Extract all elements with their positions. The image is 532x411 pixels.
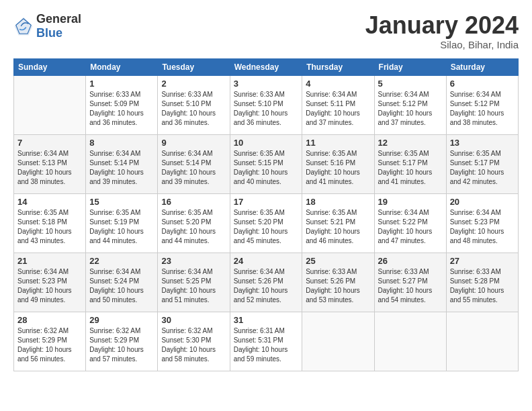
day-cell: 9 Sunrise: 6:34 AMSunset: 5:14 PMDayligh… [158, 134, 230, 193]
day-info: Sunrise: 6:32 AMSunset: 5:30 PMDaylight:… [161, 326, 226, 364]
day-cell: 31 Sunrise: 6:31 AMSunset: 5:31 PMDaylig… [230, 312, 302, 371]
day-info: Sunrise: 6:33 AMSunset: 5:10 PMDaylight:… [234, 90, 299, 128]
day-cell: 17 Sunrise: 6:35 AMSunset: 5:20 PMDaylig… [230, 193, 302, 253]
day-cell: 7 Sunrise: 6:34 AMSunset: 5:13 PMDayligh… [14, 134, 86, 193]
page-header: General Blue January 2024 Silao, Bihar, … [13, 12, 519, 50]
svg-marker-0 [15, 17, 33, 36]
day-number: 11 [306, 138, 370, 148]
logo-text: General Blue [36, 12, 81, 40]
day-cell: 22 Sunrise: 6:34 AMSunset: 5:24 PMDaylig… [86, 253, 158, 312]
day-number: 6 [450, 79, 515, 89]
day-cell: 27 Sunrise: 6:33 AMSunset: 5:28 PMDaylig… [446, 253, 518, 312]
day-cell: 14 Sunrise: 6:35 AMSunset: 5:18 PMDaylig… [14, 193, 86, 253]
day-number: 9 [161, 138, 226, 148]
day-cell: 12 Sunrise: 6:35 AMSunset: 5:17 PMDaylig… [374, 134, 446, 193]
col-sunday: Sunday [14, 58, 86, 75]
day-cell: 16 Sunrise: 6:35 AMSunset: 5:20 PMDaylig… [158, 193, 230, 253]
day-info: Sunrise: 6:33 AMSunset: 5:27 PMDaylight:… [378, 267, 443, 305]
day-info: Sunrise: 6:34 AMSunset: 5:25 PMDaylight:… [161, 267, 226, 305]
day-cell: 3 Sunrise: 6:33 AMSunset: 5:10 PMDayligh… [230, 75, 302, 134]
day-info: Sunrise: 6:35 AMSunset: 5:20 PMDaylight:… [161, 208, 226, 246]
header-row: Sunday Monday Tuesday Wednesday Thursday… [14, 58, 519, 75]
location-subtitle: Silao, Bihar, India [365, 39, 519, 50]
col-wednesday: Wednesday [230, 58, 302, 75]
day-cell: 8 Sunrise: 6:34 AMSunset: 5:14 PMDayligh… [86, 134, 158, 193]
day-cell: 24 Sunrise: 6:34 AMSunset: 5:26 PMDaylig… [230, 253, 302, 312]
day-cell: 30 Sunrise: 6:32 AMSunset: 5:30 PMDaylig… [158, 312, 230, 371]
day-cell [446, 312, 518, 371]
day-number: 23 [161, 256, 226, 266]
col-monday: Monday [86, 58, 158, 75]
week-row-5: 28 Sunrise: 6:32 AMSunset: 5:29 PMDaylig… [14, 312, 519, 371]
day-info: Sunrise: 6:35 AMSunset: 5:17 PMDaylight:… [378, 149, 443, 187]
day-info: Sunrise: 6:35 AMSunset: 5:17 PMDaylight:… [450, 149, 515, 187]
day-number: 24 [234, 256, 299, 266]
day-info: Sunrise: 6:34 AMSunset: 5:13 PMDaylight:… [17, 149, 82, 187]
col-friday: Friday [374, 58, 446, 75]
day-number: 16 [161, 197, 226, 207]
day-number: 4 [306, 79, 370, 89]
day-number: 18 [306, 197, 370, 207]
main-container: General Blue January 2024 Silao, Bihar, … [0, 0, 532, 378]
day-cell: 28 Sunrise: 6:32 AMSunset: 5:29 PMDaylig… [14, 312, 86, 371]
day-cell: 25 Sunrise: 6:33 AMSunset: 5:26 PMDaylig… [302, 253, 374, 312]
day-cell [302, 312, 374, 371]
week-row-2: 7 Sunrise: 6:34 AMSunset: 5:13 PMDayligh… [14, 134, 519, 193]
col-saturday: Saturday [446, 58, 518, 75]
day-number: 26 [378, 256, 443, 266]
day-number: 3 [234, 79, 299, 89]
day-cell: 19 Sunrise: 6:34 AMSunset: 5:22 PMDaylig… [374, 193, 446, 253]
week-row-1: 1 Sunrise: 6:33 AMSunset: 5:09 PMDayligh… [14, 75, 519, 134]
day-info: Sunrise: 6:35 AMSunset: 5:18 PMDaylight:… [17, 208, 82, 246]
day-info: Sunrise: 6:35 AMSunset: 5:15 PMDaylight:… [234, 149, 299, 187]
day-number: 20 [450, 197, 515, 207]
day-number: 29 [89, 315, 154, 325]
logo-general: General [36, 12, 81, 26]
title-block: January 2024 Silao, Bihar, India [365, 12, 519, 50]
day-number: 7 [17, 138, 82, 148]
day-info: Sunrise: 6:34 AMSunset: 5:23 PMDaylight:… [450, 208, 515, 246]
day-info: Sunrise: 6:34 AMSunset: 5:24 PMDaylight:… [89, 267, 154, 305]
logo-blue: Blue [36, 26, 62, 40]
day-number: 5 [378, 79, 443, 89]
day-cell: 2 Sunrise: 6:33 AMSunset: 5:10 PMDayligh… [158, 75, 230, 134]
week-row-3: 14 Sunrise: 6:35 AMSunset: 5:18 PMDaylig… [14, 193, 519, 253]
day-number: 30 [161, 315, 226, 325]
calendar-table: Sunday Monday Tuesday Wednesday Thursday… [13, 58, 519, 371]
day-info: Sunrise: 6:31 AMSunset: 5:31 PMDaylight:… [234, 326, 299, 364]
day-info: Sunrise: 6:34 AMSunset: 5:12 PMDaylight:… [378, 90, 443, 128]
logo: General Blue [13, 12, 81, 40]
day-cell: 23 Sunrise: 6:34 AMSunset: 5:25 PMDaylig… [158, 253, 230, 312]
day-cell: 26 Sunrise: 6:33 AMSunset: 5:27 PMDaylig… [374, 253, 446, 312]
day-info: Sunrise: 6:33 AMSunset: 5:09 PMDaylight:… [89, 90, 154, 128]
day-info: Sunrise: 6:33 AMSunset: 5:26 PMDaylight:… [306, 267, 370, 305]
day-info: Sunrise: 6:34 AMSunset: 5:26 PMDaylight:… [234, 267, 299, 305]
day-info: Sunrise: 6:34 AMSunset: 5:14 PMDaylight:… [89, 149, 154, 187]
day-info: Sunrise: 6:32 AMSunset: 5:29 PMDaylight:… [89, 326, 154, 364]
logo-icon [13, 16, 34, 36]
day-info: Sunrise: 6:35 AMSunset: 5:19 PMDaylight:… [89, 208, 154, 246]
day-info: Sunrise: 6:34 AMSunset: 5:12 PMDaylight:… [450, 90, 515, 128]
col-tuesday: Tuesday [158, 58, 230, 75]
month-title: January 2024 [365, 12, 519, 39]
day-cell: 15 Sunrise: 6:35 AMSunset: 5:19 PMDaylig… [86, 193, 158, 253]
day-cell: 20 Sunrise: 6:34 AMSunset: 5:23 PMDaylig… [446, 193, 518, 253]
day-info: Sunrise: 6:32 AMSunset: 5:29 PMDaylight:… [17, 326, 82, 364]
day-number: 25 [306, 256, 370, 266]
day-number: 12 [378, 138, 443, 148]
day-cell: 18 Sunrise: 6:35 AMSunset: 5:21 PMDaylig… [302, 193, 374, 253]
day-info: Sunrise: 6:35 AMSunset: 5:21 PMDaylight:… [306, 208, 370, 246]
day-number: 17 [234, 197, 299, 207]
day-number: 13 [450, 138, 515, 148]
day-info: Sunrise: 6:33 AMSunset: 5:10 PMDaylight:… [161, 90, 226, 128]
day-number: 28 [17, 315, 82, 325]
day-number: 19 [378, 197, 443, 207]
day-cell: 5 Sunrise: 6:34 AMSunset: 5:12 PMDayligh… [374, 75, 446, 134]
day-info: Sunrise: 6:34 AMSunset: 5:14 PMDaylight:… [161, 149, 226, 187]
day-info: Sunrise: 6:34 AMSunset: 5:23 PMDaylight:… [17, 267, 82, 305]
day-number: 2 [161, 79, 226, 89]
day-cell: 11 Sunrise: 6:35 AMSunset: 5:16 PMDaylig… [302, 134, 374, 193]
day-cell: 10 Sunrise: 6:35 AMSunset: 5:15 PMDaylig… [230, 134, 302, 193]
day-info: Sunrise: 6:34 AMSunset: 5:22 PMDaylight:… [378, 208, 443, 246]
day-info: Sunrise: 6:34 AMSunset: 5:11 PMDaylight:… [306, 90, 370, 128]
